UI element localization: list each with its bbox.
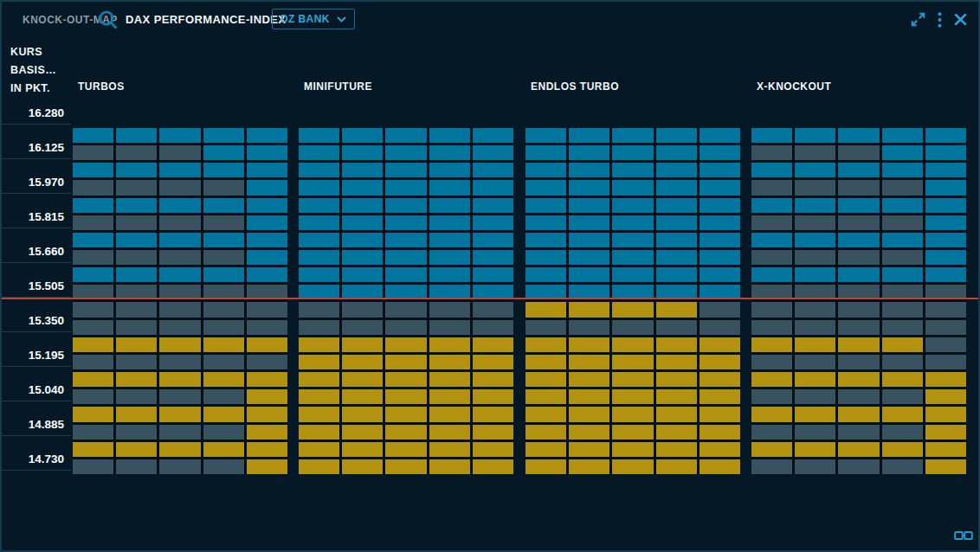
heatmap-cell[interactable] <box>612 145 653 160</box>
heatmap-cell[interactable] <box>116 128 157 143</box>
heatmap-cell[interactable] <box>429 442 470 457</box>
heatmap-cell[interactable] <box>751 355 792 369</box>
search-icon[interactable] <box>97 9 119 31</box>
heatmap-cell[interactable] <box>795 215 835 230</box>
heatmap-cell[interactable] <box>116 320 157 335</box>
menu-kebab-icon[interactable] <box>938 12 942 28</box>
heatmap-cell[interactable] <box>795 163 835 177</box>
heatmap-cell[interactable] <box>247 320 287 335</box>
heatmap-cell[interactable] <box>612 250 653 265</box>
heatmap-cell[interactable] <box>882 407 923 421</box>
heatmap-cell[interactable] <box>342 372 383 387</box>
heatmap-cell[interactable] <box>73 442 113 457</box>
heatmap-cell[interactable] <box>73 163 113 177</box>
heatmap-cell[interactable] <box>751 198 792 213</box>
heatmap-cell[interactable] <box>569 215 609 230</box>
heatmap-cell[interactable] <box>159 302 200 317</box>
heatmap-cell[interactable] <box>473 128 513 143</box>
heatmap-cell[interactable] <box>751 459 792 474</box>
heatmap-cell[interactable] <box>700 389 740 404</box>
heatmap-cell[interactable] <box>429 320 470 335</box>
heatmap-cell[interactable] <box>700 407 740 421</box>
heatmap-cell[interactable] <box>525 459 566 474</box>
heatmap-cell[interactable] <box>525 180 566 195</box>
heatmap-cell[interactable] <box>838 442 879 457</box>
heatmap-cell[interactable] <box>299 389 339 404</box>
heatmap-cell[interactable] <box>751 337 792 352</box>
heatmap-cell[interactable] <box>751 442 792 457</box>
heatmap-cell[interactable] <box>656 145 697 160</box>
heatmap-cell[interactable] <box>73 355 113 369</box>
heatmap-cell[interactable] <box>473 163 513 177</box>
heatmap-cell[interactable] <box>116 372 157 387</box>
heatmap-cell[interactable] <box>116 180 157 195</box>
heatmap-cell[interactable] <box>73 302 113 317</box>
heatmap-cell[interactable] <box>385 372 426 387</box>
heatmap-cell[interactable] <box>385 215 426 230</box>
heatmap-cell[interactable] <box>569 459 609 474</box>
heatmap-cell[interactable] <box>751 389 792 404</box>
heatmap-cell[interactable] <box>525 128 566 143</box>
heatmap-cell[interactable] <box>795 372 835 387</box>
heatmap-cell[interactable] <box>385 163 426 177</box>
heatmap-cell[interactable] <box>203 337 244 352</box>
heatmap-cell[interactable] <box>385 337 426 352</box>
heatmap-cell[interactable] <box>569 337 609 352</box>
heatmap-cell[interactable] <box>473 372 513 387</box>
heatmap-cell[interactable] <box>203 180 244 195</box>
heatmap-cell[interactable] <box>473 250 513 265</box>
heatmap-cell[interactable] <box>203 233 244 247</box>
heatmap-cell[interactable] <box>700 145 740 160</box>
heatmap-cell[interactable] <box>882 180 923 195</box>
heatmap-cell[interactable] <box>203 250 244 265</box>
heatmap-cell[interactable] <box>73 320 113 335</box>
heatmap-cell[interactable] <box>247 337 287 352</box>
heatmap-cell[interactable] <box>838 302 879 317</box>
heatmap-cell[interactable] <box>342 407 383 421</box>
heatmap-cell[interactable] <box>882 198 923 213</box>
heatmap-cell[interactable] <box>429 425 470 440</box>
heatmap-cell[interactable] <box>882 355 923 369</box>
heatmap-cell[interactable] <box>838 407 879 421</box>
instrument-name[interactable]: DAX PERFORMANCE-INDEX <box>126 13 286 26</box>
heatmap-cell[interactable] <box>612 372 653 387</box>
heatmap-cell[interactable] <box>203 355 244 369</box>
heatmap-cell[interactable] <box>429 233 470 247</box>
heatmap-cell[interactable] <box>159 372 200 387</box>
heatmap-cell[interactable] <box>429 372 470 387</box>
heatmap-cell[interactable] <box>569 250 609 265</box>
heatmap-cell[interactable] <box>525 250 566 265</box>
heatmap-cell[interactable] <box>925 128 966 143</box>
heatmap-cell[interactable] <box>525 372 566 387</box>
heatmap-cell[interactable] <box>429 198 470 213</box>
heatmap-cell[interactable] <box>751 215 792 230</box>
heatmap-cell[interactable] <box>569 128 609 143</box>
heatmap-cell[interactable] <box>700 425 740 440</box>
heatmap-cell[interactable] <box>299 337 339 352</box>
heatmap-cell[interactable] <box>159 459 200 474</box>
heatmap-cell[interactable] <box>159 389 200 404</box>
heatmap-cell[interactable] <box>342 267 383 282</box>
heatmap-cell[interactable] <box>203 198 244 213</box>
heatmap-cell[interactable] <box>612 233 653 247</box>
heatmap-cell[interactable] <box>612 407 653 421</box>
heatmap-cell[interactable] <box>925 250 966 265</box>
heatmap-cell[interactable] <box>73 459 113 474</box>
heatmap-cell[interactable] <box>247 145 287 160</box>
heatmap-cell[interactable] <box>882 320 923 335</box>
heatmap-cell[interactable] <box>925 198 966 213</box>
heatmap-cell[interactable] <box>116 163 157 177</box>
heatmap-cell[interactable] <box>299 145 339 160</box>
heatmap-cell[interactable] <box>795 128 835 143</box>
heatmap-cell[interactable] <box>429 267 470 282</box>
heatmap-cell[interactable] <box>247 459 287 474</box>
heatmap-cell[interactable] <box>525 163 566 177</box>
heatmap-cell[interactable] <box>299 425 339 440</box>
heatmap-cell[interactable] <box>473 389 513 404</box>
heatmap-cell[interactable] <box>299 267 339 282</box>
heatmap-cell[interactable] <box>429 389 470 404</box>
heatmap-cell[interactable] <box>159 180 200 195</box>
heatmap-cell[interactable] <box>700 320 740 335</box>
heatmap-cell[interactable] <box>569 355 609 369</box>
heatmap-cell[interactable] <box>203 302 244 317</box>
